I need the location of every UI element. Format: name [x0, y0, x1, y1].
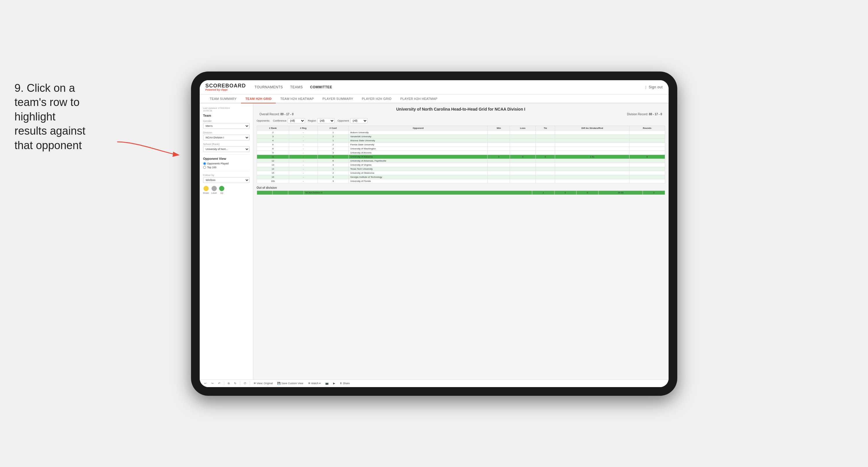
col-reg: # Reg	[289, 126, 317, 130]
table-row[interactable]: 3-2Vanderbilt University	[257, 135, 665, 139]
table-cell: 8	[257, 147, 289, 151]
conference-filter: Conference (All)	[273, 118, 305, 123]
nav-committee[interactable]: COMMITTEE	[310, 85, 332, 89]
grid-area: University of North Carolina Head-to-Hea…	[253, 104, 669, 379]
table-row[interactable]: 12-6University of Arkansas, Fayetteville	[257, 159, 665, 163]
table-cell: University of Florida	[349, 179, 488, 183]
table-cell	[510, 167, 536, 171]
screenshot-btn[interactable]: 📷	[324, 381, 330, 385]
colour-by-label: Colour by	[203, 174, 249, 177]
present-btn[interactable]: ▶	[332, 381, 336, 385]
share-btn[interactable]: ⬆ Share	[339, 381, 351, 385]
table-cell	[488, 139, 510, 143]
conference-select[interactable]: (All)	[288, 118, 305, 123]
table-cell: -	[289, 155, 317, 159]
opponent-filter: Opponent (All)	[338, 118, 368, 123]
opponents-played-radio[interactable]: Opponents Played	[203, 162, 249, 165]
nav-links: TOURNAMENTS TEAMS COMMITTEE	[255, 85, 332, 89]
table-row[interactable]: 16b-3University of Florida	[257, 179, 665, 183]
table-cell	[555, 159, 629, 163]
save-custom-btn[interactable]: 💾 Save Custom View	[276, 381, 304, 385]
table-row[interactable]: 4-1Arizona State University	[257, 139, 665, 143]
table-cell	[288, 191, 304, 195]
table-cell	[510, 179, 536, 183]
down-dot	[204, 186, 209, 191]
gender-select[interactable]: Men's	[203, 123, 249, 129]
table-cell	[629, 171, 665, 175]
table-cell	[510, 139, 536, 143]
undo-btn[interactable]: ↩	[203, 381, 208, 385]
table-row[interactable]: 16-4Georgia Institute of Technology	[257, 175, 665, 179]
top-100-radio[interactable]: Top 100	[203, 166, 249, 169]
colour-by-select[interactable]: Win/loss	[203, 177, 249, 183]
table-cell	[629, 143, 665, 147]
table-cell: University of Washington	[349, 147, 488, 151]
clock-btn[interactable]: ⏱	[243, 381, 247, 385]
redo-btn[interactable]: ↪	[210, 381, 215, 385]
col-opponent: Opponent	[349, 126, 488, 130]
filter-row: Opponents: Conference (All) Region (All)	[257, 118, 665, 123]
table-cell: -	[289, 167, 317, 171]
tab-player-summary[interactable]: PLAYER SUMMARY	[318, 95, 358, 104]
tab-team-h2h-heatmap[interactable]: TEAM H2H HEATMAP	[276, 95, 318, 104]
opponent-select[interactable]: (All)	[350, 118, 368, 123]
table-cell: University of Arizona	[349, 151, 488, 155]
tab-player-h2h-heatmap[interactable]: PLAYER H2H HEATMAP	[396, 95, 442, 104]
table-cell: 14	[257, 167, 289, 171]
table-cell	[536, 175, 555, 179]
nav-teams[interactable]: TEAMS	[290, 85, 303, 89]
table-cell: -	[289, 147, 317, 151]
view-original-btn[interactable]: 👁 View: Original	[252, 381, 274, 385]
table-row[interactable]: 6-2Florida State University	[257, 143, 665, 147]
legend-level: Level	[211, 186, 217, 194]
table-cell: 3	[317, 179, 349, 183]
table-cell: 2	[257, 130, 289, 135]
table-row[interactable]: 15-2University of Oklahoma	[257, 171, 665, 175]
table-cell	[536, 147, 555, 151]
back-btn[interactable]: ↶	[217, 381, 222, 385]
tab-player-h2h-grid[interactable]: PLAYER H2H GRID	[358, 95, 396, 104]
nav-right: | Sign out	[645, 85, 663, 89]
sub-nav: TEAM SUMMARY TEAM H2H GRID TEAM H2H HEAT…	[200, 95, 669, 104]
table-cell	[555, 135, 629, 139]
out-division-row[interactable]: NCAA Division II10026.003	[257, 191, 665, 195]
watch-label: Watch	[311, 382, 318, 385]
table-cell: 5	[317, 155, 349, 159]
table-cell: 3	[317, 151, 349, 155]
tab-team-h2h-grid[interactable]: TEAM H2H GRID	[241, 95, 276, 104]
region-select[interactable]: (All)	[317, 118, 335, 123]
grid-title: University of North Carolina Head-to-Hea…	[257, 107, 665, 112]
table-cell: 4	[257, 139, 289, 143]
out-of-division-title: Out of division	[257, 186, 665, 189]
col-diff: Diff Av Strokes/Rnd	[555, 126, 629, 130]
table-row[interactable]: 14-1Texas Tech University	[257, 167, 665, 171]
table-cell	[510, 159, 536, 163]
table-row[interactable]: 11-5University of Alabama3002.618	[257, 155, 665, 159]
school-select[interactable]: University of Nort...	[203, 146, 249, 152]
table-cell: 2	[317, 147, 349, 151]
division-select[interactable]: NCAA Division I	[203, 135, 249, 140]
table-row[interactable]: 13-3University of Virginia	[257, 163, 665, 167]
sign-out-link[interactable]: Sign out	[649, 85, 662, 89]
table-row[interactable]: 9-3University of Arizona	[257, 151, 665, 155]
tab-team-summary[interactable]: TEAM SUMMARY	[206, 95, 241, 104]
table-cell	[510, 147, 536, 151]
watch-btn[interactable]: 👁 Watch ▾	[307, 381, 322, 385]
copy-btn[interactable]: ⧉	[227, 381, 231, 386]
table-cell: 2	[317, 171, 349, 175]
refresh-btn[interactable]: ↻	[233, 381, 238, 385]
table-cell: 3	[643, 191, 665, 195]
sidebar: Last Updated: 27/03/2024 16:55:38 Team G…	[200, 104, 253, 379]
table-cell: 6	[317, 159, 349, 163]
arrow-annotation	[114, 139, 181, 162]
table-cell: 3	[488, 155, 510, 159]
table-cell: 12	[257, 159, 289, 163]
legend-down: Down	[203, 186, 209, 194]
table-row[interactable]: 8-2University of Washington	[257, 147, 665, 151]
table-cell: 1	[317, 167, 349, 171]
share-icon: ⬆	[340, 382, 342, 385]
table-cell: University of Alabama	[349, 155, 488, 159]
nav-tournaments[interactable]: TOURNAMENTS	[255, 85, 283, 89]
table-row[interactable]: 2-1Auburn University	[257, 130, 665, 135]
table-cell	[510, 130, 536, 135]
